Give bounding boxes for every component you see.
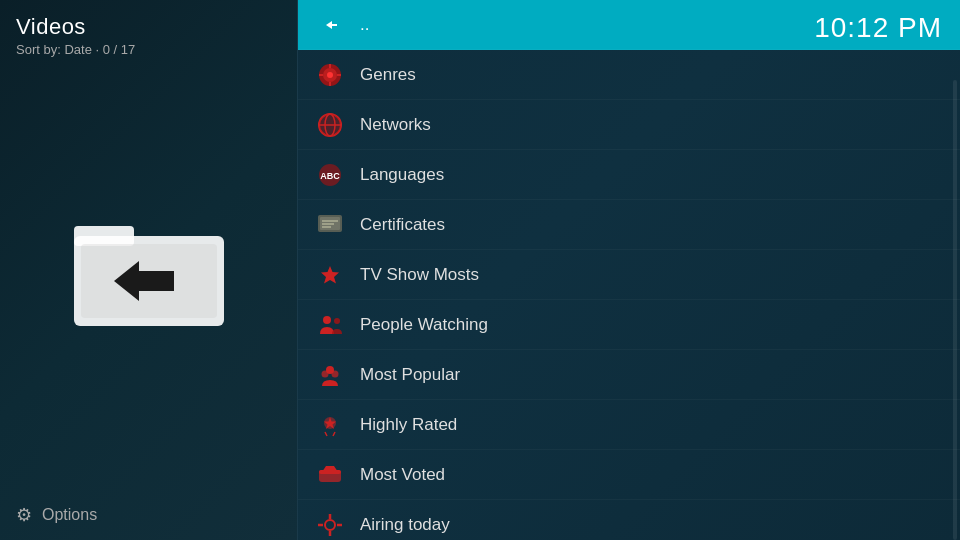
networks-icon <box>314 109 346 141</box>
svg-rect-35 <box>319 470 341 474</box>
most-voted-icon <box>314 459 346 491</box>
airing-today-icon <box>314 509 346 541</box>
svg-point-40 <box>325 520 335 530</box>
menu-item-networks[interactable]: Networks <box>298 100 960 150</box>
sidebar: Videos Sort by: Date · 0 / 17 ⚙ Options <box>0 0 298 540</box>
certificates-icon <box>314 209 346 241</box>
svg-point-27 <box>334 318 340 324</box>
languages-icon: ABC <box>314 159 346 191</box>
menu-item-people-watching[interactable]: People Watching <box>298 300 960 350</box>
svg-point-26 <box>323 316 331 324</box>
menu-item-most-voted-label: Most Voted <box>360 465 445 485</box>
menu-item-airing-today[interactable]: Airing today <box>298 500 960 540</box>
menu-item-genres[interactable]: Genres <box>298 50 960 100</box>
options-label: Options <box>42 506 97 524</box>
sidebar-title: Videos <box>16 14 281 40</box>
svg-marker-25 <box>321 266 339 284</box>
menu-item-tv-show-mosts[interactable]: TV Show Mosts <box>298 250 960 300</box>
menu-item-genres-label: Genres <box>360 65 416 85</box>
menu-item-certificates[interactable]: Certificates <box>298 200 960 250</box>
svg-rect-1 <box>74 226 134 246</box>
menu-item-highly-rated[interactable]: Highly Rated <box>298 400 960 450</box>
menu-item-people-watching-label: People Watching <box>360 315 488 335</box>
clock-display: 10:12 PM <box>814 12 942 44</box>
menu-item-airing-today-label: Airing today <box>360 515 450 535</box>
people-watching-icon <box>314 309 346 341</box>
svg-point-30 <box>326 366 334 374</box>
genres-icon <box>314 59 346 91</box>
menu-item-highly-rated-label: Highly Rated <box>360 415 457 435</box>
menu-item-most-voted[interactable]: Most Voted <box>298 450 960 500</box>
menu-item-back-label: .. <box>360 15 369 35</box>
menu-item-most-popular-label: Most Popular <box>360 365 460 385</box>
menu-item-languages-label: Languages <box>360 165 444 185</box>
menu-list: .. Genres <box>298 0 960 540</box>
sidebar-subtitle: Sort by: Date · 0 / 17 <box>16 42 281 57</box>
most-popular-icon <box>314 359 346 391</box>
main-content: 10:12 PM .. <box>298 0 960 540</box>
sidebar-icon-area <box>0 61 297 540</box>
scrollbar[interactable] <box>953 80 957 540</box>
highly-rated-icon <box>314 409 346 441</box>
menu-item-most-popular[interactable]: Most Popular <box>298 350 960 400</box>
gear-icon: ⚙ <box>16 504 32 526</box>
folder-back-icon <box>69 206 229 336</box>
folder-icon <box>317 14 343 36</box>
menu-item-networks-label: Networks <box>360 115 431 135</box>
svg-text:ABC: ABC <box>320 171 340 181</box>
back-icon <box>314 9 346 41</box>
tv-show-mosts-icon <box>314 259 346 291</box>
menu-item-tv-show-mosts-label: TV Show Mosts <box>360 265 479 285</box>
svg-rect-5 <box>317 14 328 20</box>
menu-item-certificates-label: Certificates <box>360 215 445 235</box>
svg-point-9 <box>327 72 333 78</box>
sidebar-options[interactable]: ⚙ Options <box>0 490 297 540</box>
menu-item-languages[interactable]: ABC Languages <box>298 150 960 200</box>
sidebar-header: Videos Sort by: Date · 0 / 17 <box>0 0 297 61</box>
